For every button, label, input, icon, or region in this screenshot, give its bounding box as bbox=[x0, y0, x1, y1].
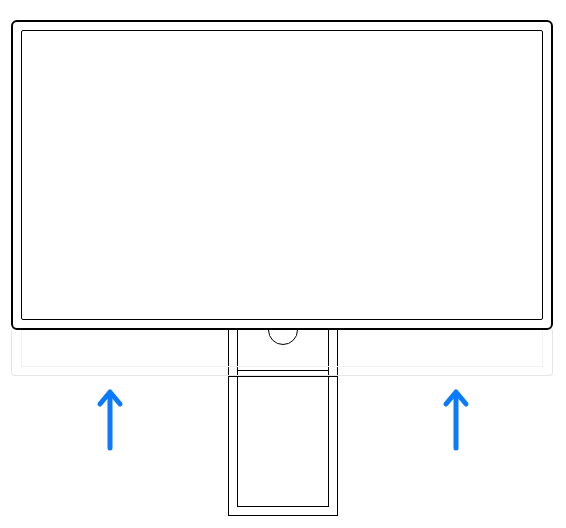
lift-arrow-right-icon bbox=[442, 386, 470, 452]
display-stand bbox=[228, 330, 338, 516]
stand-crossbar bbox=[229, 376, 337, 377]
display-panel bbox=[11, 20, 553, 330]
stand-inner-edge bbox=[237, 330, 238, 507]
stand-inner-edge bbox=[328, 330, 329, 507]
height-adjust-diagram bbox=[0, 0, 566, 528]
stand-crossbar-inner bbox=[237, 370, 329, 371]
stand-base-edge bbox=[237, 506, 329, 507]
display-screen bbox=[21, 30, 543, 320]
lift-arrow-left-icon bbox=[96, 386, 124, 452]
